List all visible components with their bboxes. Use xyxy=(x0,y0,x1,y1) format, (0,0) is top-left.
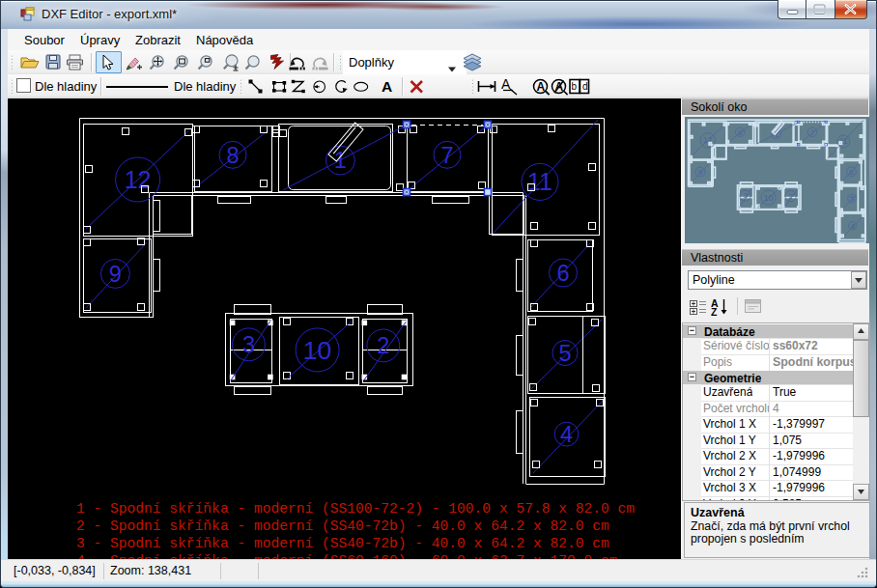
svg-text:b: b xyxy=(572,81,578,92)
svg-text:A: A xyxy=(537,80,546,94)
svg-text:A: A xyxy=(501,77,511,92)
svg-text:Z: Z xyxy=(711,306,718,317)
svg-text:d: d xyxy=(582,81,588,92)
